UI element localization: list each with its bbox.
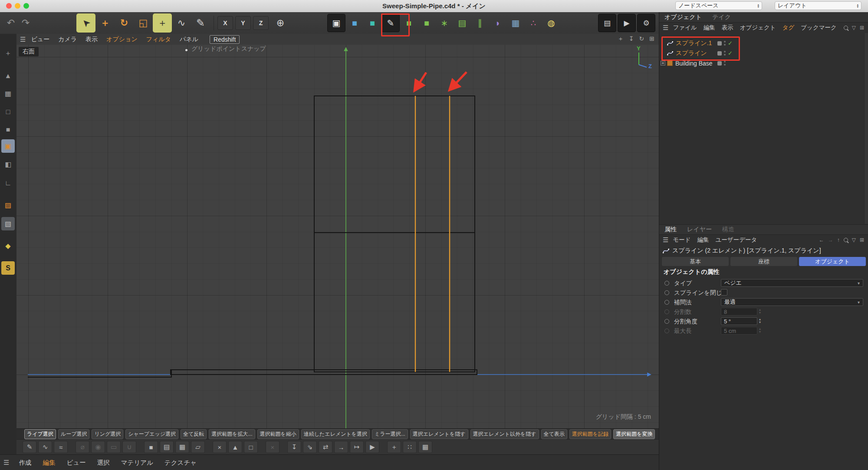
measure-tool-icon[interactable]: ⌀ [76,441,89,453]
polygons-mode-icon[interactable]: ◧ [1,158,15,171]
am-menu-edit[interactable]: 編集 [697,236,709,244]
texture-mode-icon[interactable]: ▦ [1,87,15,100]
spline-smooth-tool-icon[interactable]: ≈ [54,441,68,453]
object-name[interactable]: スプライン.1 [676,39,712,47]
object-manager-menu-icon[interactable]: ☰ [663,24,668,32]
render-view-button[interactable]: ▤ [598,14,616,32]
rotate-tool[interactable]: ↻ [115,13,134,33]
tab-attributes[interactable]: 属性 [664,226,677,233]
array-tool-icon[interactable]: ▦ [175,441,189,453]
snap-toggle-tool[interactable]: ＋ [153,13,172,33]
layout-select[interactable]: レイアウト ▴▾ [775,1,861,10]
menu-material[interactable]: マテリアル [121,459,153,467]
pan-view-icon[interactable]: ＋ [618,35,624,43]
om-menu-edit[interactable]: 編集 [704,24,715,32]
render-settings-button[interactable]: ⚙ [637,14,655,32]
object-row-building-base[interactable]: + Building Base [659,58,868,68]
move-tool[interactable]: ＋ [95,13,115,33]
menu-redshift[interactable]: Redshift [210,35,240,44]
brush-tool[interactable]: ✎ [191,13,210,33]
workplane-mode-icon[interactable]: ∟ [1,176,15,190]
stepper-icon[interactable]: ▴▾ [759,318,761,324]
new-panel-icon[interactable]: ⊞ [860,237,864,243]
keyframe-ring-icon[interactable] [664,281,669,286]
hand-tool-icon[interactable]: ◆ [1,239,15,253]
type-select[interactable]: ベジエ ▾ [721,279,863,287]
ground-line[interactable] [28,370,171,377]
unhide-all-button[interactable]: 全て表示 [541,429,567,439]
live-selection-button[interactable]: ライブ選択 [24,429,56,439]
sketch-tool[interactable]: ∿ [172,13,191,33]
om-menu-objects[interactable]: オブジェクト [740,24,776,32]
select-connected-button[interactable]: 連続したエレメントを選択 [301,429,370,439]
viewport-menu-icon[interactable]: ☰ [20,36,26,43]
viewport-canvas[interactable]: 右面 グリッドポイントスナップ グリッド間隔 : 5 cm Y Z [16,45,659,428]
spline-pen-icon[interactable]: ✎ [381,14,400,32]
axis-y-toggle[interactable]: Y [235,16,251,30]
menu-select[interactable]: 選択 [97,459,110,467]
object-row-spline1[interactable]: スプライン.1 ✓ [659,38,868,48]
visibility-dots-icon[interactable] [724,51,726,56]
symmetry-generator-icon[interactable]: ∗ [436,14,453,32]
keyframe-ring-icon[interactable] [664,300,669,305]
dolly-view-icon[interactable]: ↧ [629,35,634,43]
picture-viewer-icon[interactable]: ▣ [327,14,345,32]
om-menu-tags[interactable]: タグ [783,24,795,32]
enabled-check-icon[interactable]: ✓ [728,50,733,56]
menu-options[interactable]: オプション [106,36,138,43]
undo-button[interactable]: ↶ [3,14,18,32]
points-mode-icon[interactable]: ▣ [1,139,15,153]
layer-toggle-icon[interactable] [717,61,722,66]
dots-tool-icon[interactable]: ∷ [403,441,417,453]
om-menu-file[interactable]: ファイル [673,24,697,32]
menu-filter[interactable]: フィルタ [146,36,171,43]
spline-primitive-icon[interactable]: ■ [364,14,381,32]
layer-toggle-icon[interactable] [717,51,722,56]
sketch-spline-tool-icon[interactable]: ∿ [38,441,52,453]
render-button[interactable]: ▶ [618,14,636,32]
grow-selection-button[interactable]: 選択範囲を拡大... [209,429,255,439]
invert-all-button[interactable]: 全て反転 [181,429,207,439]
tab-structure[interactable]: 構造 [722,226,734,233]
building-outline[interactable] [314,96,475,372]
subdivision-surface-icon[interactable]: ■ [400,14,418,32]
cube-primitive-icon[interactable]: ■ [346,14,363,32]
record-selection-button[interactable]: 選択範囲を記録 [569,429,611,439]
menu-create[interactable]: 作成 [19,459,31,467]
object-list-scrollbar[interactable] [864,33,868,224]
enabled-check-icon[interactable]: ✓ [728,40,733,46]
step-tool-icon[interactable]: ▶ [365,441,379,453]
object-row-spline[interactable]: スプライン ✓ [659,48,868,58]
extrude-tool-icon[interactable]: ▲ [228,441,242,453]
view-name-label[interactable]: 右面 [19,47,39,56]
search-icon[interactable] [844,238,848,242]
object-name[interactable]: Building Base [675,60,713,67]
plane-tool-icon[interactable]: ▱ [191,441,205,453]
layer-toggle-icon[interactable] [717,41,722,46]
redo-button[interactable]: ↷ [18,14,33,32]
live-selection-tool[interactable]: ➤ [76,13,95,33]
toggle-view-icon[interactable]: ⊞ [649,35,654,43]
search-icon[interactable] [844,26,848,30]
attribute-manager-menu-icon[interactable]: ☰ [663,236,668,244]
scale-tool[interactable]: ◱ [134,13,153,33]
deformer-icon[interactable]: ◗ [489,14,506,32]
make-editable-icon[interactable]: ▲ [1,69,15,82]
menu-edit[interactable]: 編集 [43,459,55,467]
object-name[interactable]: スプライン [676,49,707,57]
menu-camera[interactable]: カメラ [58,36,77,43]
sharp-edge-selection-button[interactable]: シャープエッジ選択 [125,429,178,439]
tab-basic[interactable]: 基本 [662,257,729,266]
filter-icon[interactable]: ▽ [852,237,856,243]
panel-icon[interactable]: ⊞ [860,25,864,31]
ring-selection-button[interactable]: リング選択 [92,429,123,439]
environment-icon[interactable]: ▦ [507,14,524,32]
tab-coordinates[interactable]: 座標 [730,257,797,266]
axis-x-toggle[interactable]: X [217,16,233,30]
orbit-view-icon[interactable]: ↻ [639,35,644,43]
hide-unselected-button[interactable]: 選択エレメント以外を隠す [470,429,539,439]
bottom-menu-icon[interactable]: ☰ [3,459,9,467]
close-spline-checkbox[interactable] [721,289,727,296]
history-back-icon[interactable]: ← [819,237,824,243]
angle-input[interactable]: 5 ° [721,317,757,325]
